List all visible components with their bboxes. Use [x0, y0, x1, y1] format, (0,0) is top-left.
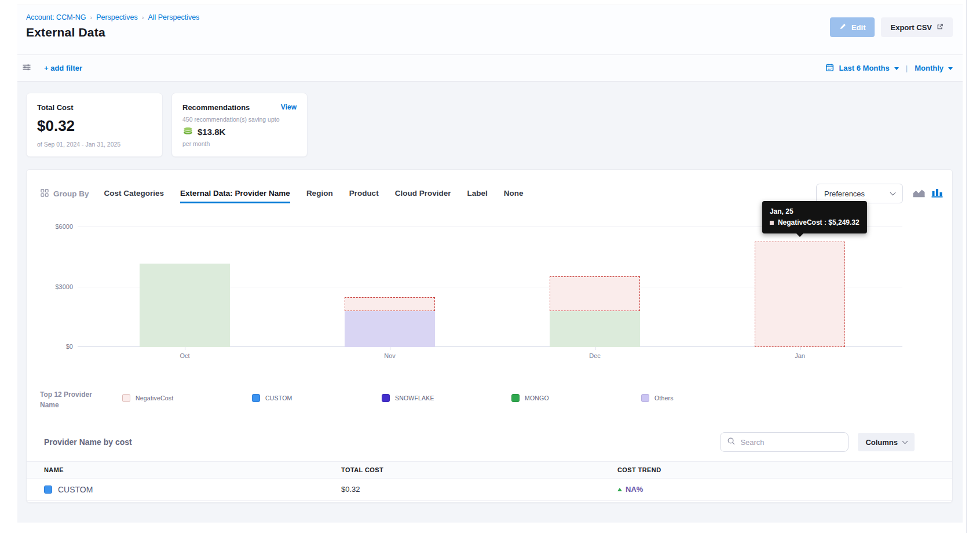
view-link[interactable]: View — [281, 103, 297, 112]
sliders-icon[interactable] — [22, 63, 31, 74]
search-input[interactable] — [740, 438, 842, 447]
tooltip-value: $5,249.32 — [828, 218, 859, 227]
column-header-cost-trend[interactable]: COST TREND — [617, 466, 952, 473]
column-header-name[interactable]: NAME — [44, 466, 341, 473]
pencil-icon — [839, 23, 847, 32]
trend-value: NA% — [626, 485, 643, 494]
recommendations-card: Recommendations View 450 recommendation(… — [171, 93, 308, 157]
bar-series — [82, 227, 902, 347]
x-tick — [390, 347, 390, 350]
x-tick — [185, 347, 185, 350]
legend-item-custom[interactable]: CUSTOM — [252, 394, 382, 402]
breadcrumb: Account: CCM-NG › Perspectives › All Per… — [26, 13, 199, 21]
bar-mongo[interactable] — [140, 264, 230, 347]
tab-none[interactable]: None — [504, 189, 524, 199]
bar-negativecost[interactable] — [755, 242, 845, 347]
divider: | — [906, 64, 908, 72]
chart-legend: Top 12 Provider Name NegativeCost CUSTOM… — [40, 389, 952, 410]
area-chart-icon[interactable] — [912, 187, 926, 200]
x-tick-label: Nov — [287, 352, 492, 359]
search-icon — [727, 437, 736, 448]
breadcrumb-perspectives[interactable]: Perspectives — [96, 13, 138, 21]
chevron-down-icon[interactable] — [894, 67, 899, 70]
time-controls: Last 6 Months | Monthly — [825, 63, 953, 74]
tooltip-series-swatch — [770, 221, 774, 225]
external-link-icon — [937, 23, 944, 32]
grid-icon — [41, 189, 49, 199]
legend-swatch — [252, 394, 260, 402]
breadcrumb-all-perspectives[interactable]: All Perspectives — [148, 13, 199, 21]
legend-label: CUSTOM — [265, 395, 292, 401]
filter-bar: + add filter Last 6 Months | Monthly — [17, 55, 963, 82]
legend-item-negativecost[interactable]: NegativeCost — [122, 394, 252, 402]
add-filter-button[interactable]: + add filter — [44, 64, 82, 72]
bar-snowflake[interactable] — [345, 311, 435, 347]
columns-button[interactable]: Columns — [858, 433, 915, 451]
coins-icon — [182, 126, 193, 137]
tab-cost-categories[interactable]: Cost Categories — [104, 189, 164, 199]
preferences-label: Preferences — [824, 189, 865, 198]
x-tick-label: Oct — [82, 352, 287, 359]
legend-item-others[interactable]: Others — [641, 394, 771, 402]
table-row[interactable]: CUSTOM $0.32 NA% — [27, 479, 952, 501]
cost-chart: $6000 $3000 $0 — [82, 227, 902, 347]
row-total-cost-cell: $0.32 — [341, 485, 617, 494]
savings-value: $13.8K — [198, 127, 225, 137]
bar-column-dec[interactable] — [492, 227, 697, 347]
chevron-down-icon[interactable] — [948, 67, 953, 70]
tab-product[interactable]: Product — [349, 189, 379, 199]
tab-cloud-provider[interactable]: Cloud Provider — [395, 189, 451, 199]
tab-external-data-provider-name[interactable]: External Data: Provider Name — [180, 189, 290, 199]
export-csv-label: Export CSV — [890, 23, 932, 32]
header-left: Account: CCM-NG › Perspectives › All Per… — [26, 13, 199, 54]
table-title: Provider Name by cost — [44, 437, 132, 447]
edit-button-label: Edit — [851, 23, 866, 32]
column-header-total-cost[interactable]: TOTAL COST — [341, 466, 617, 473]
export-csv-button[interactable]: Export CSV — [881, 17, 953, 37]
legend-item-snowflake[interactable]: SNOWFLAKE — [382, 394, 511, 402]
tooltip-separator: : — [822, 218, 829, 227]
page-header: Account: CCM-NG › Perspectives › All Per… — [17, 5, 963, 55]
tooltip-value-line: NegativeCost : $5,249.32 — [770, 217, 860, 228]
bar-column-oct[interactable] — [82, 227, 287, 347]
group-by-tabs: Cost Categories External Data: Provider … — [104, 189, 524, 199]
bar-negativecost[interactable] — [345, 297, 435, 311]
recommendations-subtitle: 450 recommendation(s) saving upto — [182, 116, 297, 123]
legend-label: Others — [654, 395, 674, 401]
page-title: External Data — [26, 25, 199, 39]
breadcrumb-account[interactable]: Account: CCM-NG — [26, 13, 86, 21]
tooltip-series-label: NegativeCost — [778, 218, 822, 227]
x-tick-label: Jan — [697, 352, 902, 359]
granularity-selector[interactable]: Monthly — [915, 64, 944, 72]
bar-mongo[interactable] — [550, 311, 640, 347]
chevron-right-icon: › — [142, 14, 144, 21]
provider-swatch — [44, 485, 52, 494]
recommendations-title: Recommendations — [182, 103, 250, 112]
bar-negativecost[interactable] — [550, 276, 640, 311]
y-tick-label: $0 — [66, 343, 73, 350]
bar-chart-icon[interactable] — [931, 187, 943, 200]
bar-column-nov[interactable] — [287, 227, 492, 347]
x-tick — [595, 347, 595, 350]
calendar-icon — [825, 63, 834, 74]
total-cost-period: of Sep 01, 2024 - Jan 31, 2025 — [37, 141, 152, 148]
tooltip-title: Jan, 25 — [770, 206, 860, 217]
row-name-cell: CUSTOM — [44, 485, 341, 494]
date-range-selector[interactable]: Last 6 Months — [839, 64, 889, 72]
table-header-row: NAME TOTAL COST COST TREND — [27, 461, 952, 479]
search-box — [720, 432, 849, 452]
edit-button[interactable]: Edit — [830, 17, 875, 37]
savings-cadence: per month — [182, 140, 297, 147]
row-cost-trend-cell: NA% — [617, 485, 952, 494]
x-tick-label: Dec — [492, 352, 697, 359]
legend-swatch — [382, 394, 390, 402]
tab-label[interactable]: Label — [467, 189, 487, 199]
bar-column-jan[interactable] — [697, 227, 902, 347]
legend-title: Top 12 Provider Name — [40, 389, 104, 410]
tab-region[interactable]: Region — [306, 189, 333, 199]
legend-item-mongo[interactable]: MONGO — [511, 394, 641, 402]
content-area: Total Cost $0.32 of Sep 01, 2024 - Jan 3… — [17, 82, 963, 523]
total-cost-value: $0.32 — [37, 117, 152, 135]
columns-button-label: Columns — [865, 438, 898, 447]
legend-label: SNOWFLAKE — [395, 395, 434, 401]
